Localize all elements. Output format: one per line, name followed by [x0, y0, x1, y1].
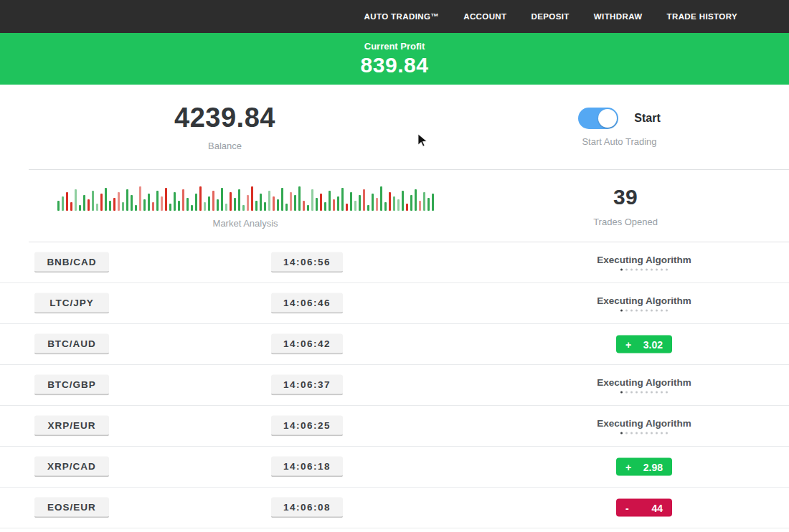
candle-bar [75, 189, 77, 211]
candle-bar [122, 202, 124, 211]
candle-bar [359, 195, 361, 211]
loading-dots [620, 269, 668, 271]
candle-bar [337, 196, 339, 211]
trade-status: -44 [565, 499, 723, 517]
candle-bar [161, 196, 163, 211]
toggle-start-label: Start [634, 112, 660, 125]
candle-bar [238, 189, 240, 211]
candle-bar [389, 192, 391, 211]
candle-bar [380, 186, 382, 211]
current-profit-label: Current Profit [364, 41, 425, 52]
market-analysis-label: Market Analysis [213, 218, 278, 229]
candle-bar [135, 205, 137, 211]
candle-bar [260, 194, 262, 211]
executing-algorithm-label: Executing Algorithm [597, 377, 691, 388]
candle-bar [277, 199, 279, 211]
candle-bar [384, 202, 387, 211]
candle-bar [307, 205, 309, 211]
candle-bar [333, 199, 335, 211]
trade-row: BTC/GBP14:06:37Executing Algorithm [0, 365, 789, 406]
candle-bar [79, 205, 81, 211]
loss-badge: -44 [616, 499, 672, 517]
pair-pill[interactable]: BNB/CAD [34, 252, 109, 273]
candle-bar [105, 188, 107, 211]
candle-bar [363, 189, 365, 211]
candle-bar [182, 189, 184, 211]
trade-status: +3.02 [565, 336, 723, 353]
candle-bar [199, 186, 202, 211]
pair-pill[interactable]: BTC/AUD [34, 334, 109, 355]
candle-bar [100, 194, 103, 211]
pair-pill[interactable]: LTC/JPY [34, 293, 109, 314]
nav-item-account[interactable]: ACCOUNT [463, 12, 506, 21]
candle-bar [367, 205, 369, 211]
candle-bar [139, 186, 141, 211]
trade-time: 14:06:56 [271, 252, 343, 273]
candle-bar [225, 204, 227, 211]
candle-bar [316, 198, 318, 211]
candle-bar [406, 204, 408, 211]
trade-row: BTC/AUD14:06:42+3.02 [0, 324, 789, 365]
loading-dots [620, 310, 668, 312]
candle-bar [393, 196, 395, 211]
candle-bar [268, 191, 270, 211]
candle-bar [402, 191, 404, 211]
trade-time: 14:06:46 [271, 293, 343, 314]
candle-bar [165, 188, 167, 211]
candle-bar [178, 201, 180, 211]
candle-bar [320, 194, 322, 211]
trade-time: 14:06:42 [271, 334, 343, 355]
candle-bar [230, 192, 232, 211]
candle-bar [264, 202, 266, 211]
candle-bar [273, 196, 275, 211]
candle-bar [234, 198, 236, 211]
trade-time: 14:06:37 [271, 375, 343, 396]
candle-bar [195, 194, 197, 211]
trade-time: 14:06:18 [271, 457, 343, 478]
nav-item-trade-history[interactable]: TRADE HISTORY [667, 12, 738, 21]
candle-bar [208, 196, 210, 211]
nav-item-auto-trading[interactable]: AUTO TRADING™ [364, 12, 440, 21]
pair-pill[interactable]: BTC/GBP [34, 375, 109, 396]
auto-trading-cell: Start Start Auto Trading [450, 85, 789, 169]
profit-badge: +3.02 [616, 336, 672, 353]
candle-bar [303, 201, 305, 211]
candle-bar [432, 194, 434, 211]
nav-item-deposit[interactable]: DEPOSIT [531, 12, 570, 21]
market-analysis-cell: Market Analysis [29, 170, 462, 242]
balance-cell: 4239.84 Balance [0, 85, 450, 169]
start-auto-trading-toggle[interactable] [578, 108, 618, 129]
candle-bar [126, 189, 128, 211]
candle-bar [341, 188, 344, 211]
candle-bar [255, 201, 258, 211]
candle-bar [397, 199, 400, 211]
candle-bar [281, 188, 283, 211]
pair-pill[interactable]: XRP/CAD [34, 457, 109, 478]
candle-bar [427, 198, 430, 211]
badge-sign: + [625, 461, 631, 472]
executing-algorithm-label: Executing Algorithm [597, 418, 691, 429]
candle-bar [131, 195, 133, 211]
candle-bar [156, 191, 159, 211]
candle-bar [251, 186, 253, 211]
pair-pill[interactable]: EOS/EUR [34, 498, 109, 518]
candle-bar [62, 196, 64, 211]
candle-bar [324, 202, 326, 211]
auto-trading-page: AUTO TRADING™ACCOUNTDEPOSITWITHDRAWTRADE… [0, 0, 789, 532]
trade-time: 14:06:25 [271, 416, 343, 437]
toggle-knob [598, 109, 617, 128]
trade-status: +2.98 [565, 458, 723, 476]
trade-row: LTC/JPY14:06:46Executing Algorithm [0, 283, 789, 324]
candle-bar [410, 195, 412, 211]
pair-pill[interactable]: XRP/EUR [34, 416, 109, 437]
nav-item-withdraw[interactable]: WITHDRAW [594, 12, 643, 21]
trades-opened-cell: 39 Trades Opened [462, 170, 789, 242]
candle-bar [285, 204, 288, 211]
candle-bar [419, 201, 421, 211]
candle-bar [242, 205, 245, 211]
candle-bar [212, 191, 214, 211]
candle-bar [152, 202, 154, 211]
executing-algorithm-label: Executing Algorithm [597, 255, 691, 265]
trades-opened-label: Trades Opened [593, 217, 658, 227]
balance-label: Balance [208, 141, 242, 151]
